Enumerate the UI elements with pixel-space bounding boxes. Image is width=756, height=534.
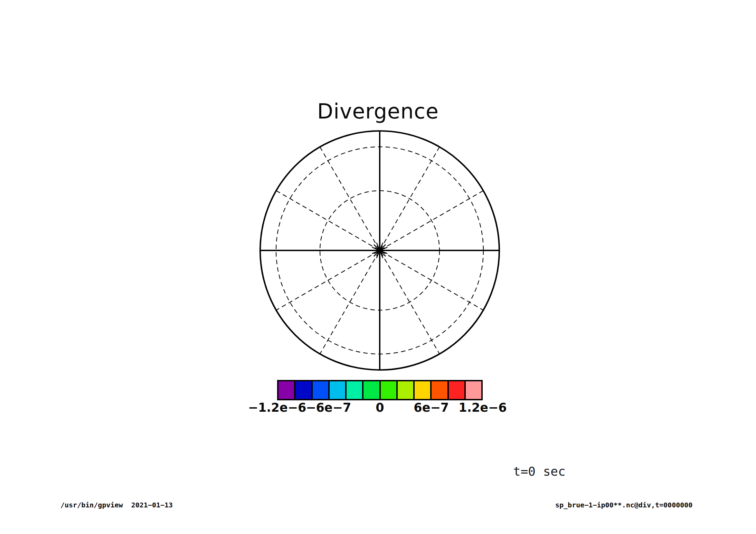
- colorbar-cell: [447, 381, 464, 399]
- colorbar-cell: [362, 381, 379, 399]
- colorbar-cell: [396, 381, 413, 399]
- colorbar-tick-label: 1.2e−6: [459, 401, 507, 414]
- colorbar-cell: [379, 381, 396, 399]
- colorbar-cell: [294, 381, 311, 399]
- colorbar-tick-label: −6e−7: [306, 401, 351, 414]
- colorbar-cell: [278, 381, 294, 399]
- colorbar-cell: [345, 381, 362, 399]
- colorbar-labels: −1.2e−6−6e−706e−71.2e−6: [277, 401, 483, 415]
- figure-canvas: Divergence −1.2e−6−6e−706e−71: [0, 0, 756, 534]
- colorbar-tick-label: 0: [376, 401, 384, 414]
- polar-plot: [259, 130, 501, 371]
- colorbar-tick-label: 6e−7: [414, 401, 449, 414]
- colorbar: [277, 380, 483, 400]
- colorbar-cell: [311, 381, 328, 399]
- footer-source-file: sp_brue−1−ip00**.nc@div,t=0000000: [555, 501, 692, 509]
- colorbar-cell: [464, 381, 481, 399]
- colorbar-cells: [278, 381, 481, 399]
- center-star-artifact: [371, 242, 388, 259]
- colorbar-cell: [430, 381, 447, 399]
- colorbar-cell: [413, 381, 430, 399]
- time-annotation: t=0 sec: [513, 464, 566, 478]
- plot-title: Divergence: [0, 99, 756, 123]
- colorbar-cell: [328, 381, 345, 399]
- footer-program-date: /usr/bin/gpview 2021−01−13: [60, 501, 173, 509]
- colorbar-tick-label: −1.2e−6: [248, 401, 306, 414]
